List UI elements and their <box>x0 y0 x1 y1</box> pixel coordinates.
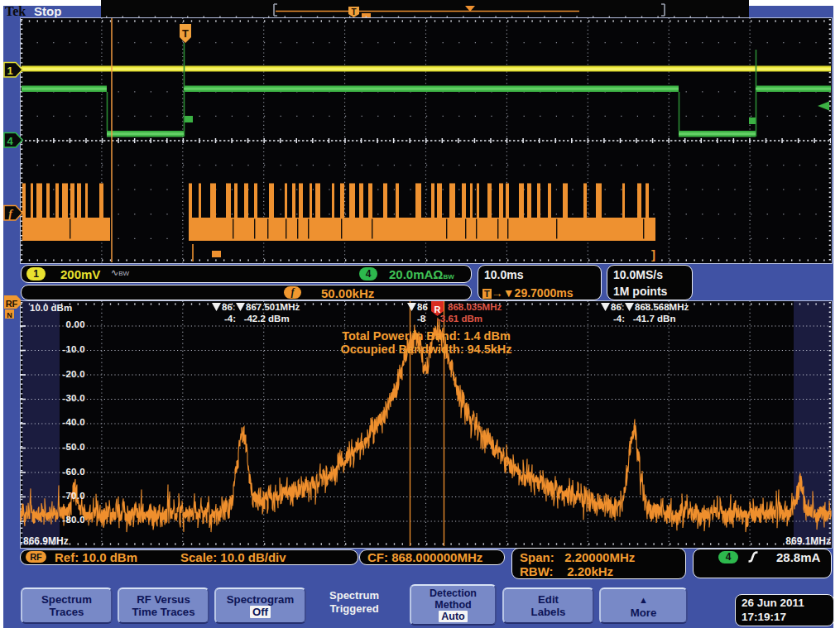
svg-text:4: 4 <box>7 135 13 147</box>
svg-text:T: T <box>182 27 189 40</box>
svg-text:T: T <box>351 7 356 17</box>
svg-text:N: N <box>7 311 12 319</box>
svg-text:]: ] <box>651 247 655 261</box>
svg-text:1: 1 <box>7 65 12 77</box>
svg-text:RF: RF <box>6 299 18 309</box>
